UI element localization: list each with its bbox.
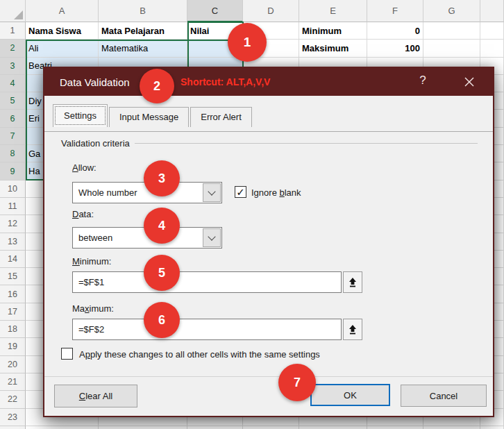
validation-criteria-group: Validation criteria (61, 138, 478, 149)
column-header-B[interactable]: B (99, 0, 187, 22)
row-header-19[interactable]: 19 (0, 338, 26, 355)
ignore-blank-checkbox[interactable]: ✓ (235, 186, 246, 198)
row-header-22[interactable]: 22 (0, 391, 26, 408)
cancel-button[interactable]: Cancel (401, 385, 487, 407)
data-validation-dialog: Data Validation Shortcut: ALT,A,V,V ? Se… (43, 67, 494, 417)
row-header-17[interactable]: 17 (0, 303, 26, 321)
maximum-label: Maximum: (72, 303, 114, 314)
row-header-12[interactable]: 12 (0, 215, 26, 233)
ok-button[interactable]: OK (310, 384, 390, 406)
cell-Dx[interactable] (243, 426, 299, 429)
column-header-G[interactable]: G (423, 0, 480, 22)
dialog-title-bar[interactable]: Data Validation Shortcut: ALT,A,V,V ? (44, 68, 493, 96)
row-header-6[interactable]: 6 (0, 110, 26, 127)
step-badge-2: 2 (140, 69, 174, 103)
row-header-16[interactable]: 16 (0, 285, 26, 303)
data-dropdown-value: between (73, 228, 202, 248)
minimum-input[interactable]: =$F$1 (72, 271, 342, 293)
row-header-11[interactable]: 11 (0, 198, 26, 215)
select-all-corner[interactable] (0, 0, 26, 22)
cell-Ax[interactable] (26, 426, 99, 429)
step-badge-4: 4 (144, 208, 180, 244)
cell-E2[interactable]: Maksimum (299, 40, 367, 57)
cell-G1[interactable] (423, 22, 480, 40)
column-header-C[interactable]: C (187, 0, 243, 22)
cell-A2[interactable]: Ali (26, 40, 99, 57)
validation-criteria-label: Validation criteria (61, 138, 130, 149)
column-header-partial[interactable] (480, 0, 504, 22)
row-header-18[interactable]: 18 (0, 321, 26, 338)
chevron-down-icon[interactable] (203, 228, 221, 247)
dialog-tabs: Settings Input Message Error Alert (53, 104, 253, 127)
range-picker-icon[interactable] (343, 319, 362, 340)
row-header-21[interactable]: 21 (0, 373, 26, 391)
cell-Fx[interactable] (367, 426, 423, 429)
clear-all-button[interactable]: Clear All (54, 385, 137, 407)
tab-input-message[interactable]: Input Message (109, 107, 189, 127)
cell-B2[interactable]: Matematika (99, 40, 187, 57)
dialog-title: Data Validation (44, 76, 130, 88)
tab-settings[interactable]: Settings (53, 104, 108, 127)
apply-changes-checkbox[interactable] (61, 348, 73, 360)
row-header-13[interactable]: 13 (0, 233, 26, 251)
cell-F1[interactable]: 0 (367, 22, 423, 40)
cell-Bx[interactable] (99, 426, 187, 429)
row-header-20[interactable]: 20 (0, 356, 26, 373)
cell-x2[interactable] (480, 40, 504, 57)
row-header-23[interactable]: 23 (0, 409, 26, 426)
cell-Gx[interactable] (423, 426, 480, 429)
help-icon[interactable]: ? (415, 74, 430, 87)
row-header-2[interactable]: 2 (0, 40, 26, 57)
cell-E1[interactable]: Minimum (299, 22, 367, 40)
footer-divider (44, 376, 493, 377)
step-badge-6: 6 (144, 302, 180, 338)
chevron-down-icon[interactable] (203, 183, 221, 202)
minimum-label: Minimum: (72, 256, 111, 267)
close-icon[interactable] (460, 74, 479, 90)
maximum-input[interactable]: =$F$2 (72, 319, 342, 340)
column-header-A[interactable]: A (26, 0, 99, 22)
row-header-7[interactable]: 7 (0, 128, 26, 145)
cell-Cx[interactable] (187, 426, 243, 429)
cell-F2[interactable]: 100 (367, 40, 423, 57)
cell-A1[interactable]: Nama Siswa (26, 22, 99, 40)
row-header-1[interactable]: 1 (0, 22, 26, 40)
cell-B1[interactable]: Mata Pelajaran (99, 22, 187, 40)
allow-dropdown-value: Whole number (73, 183, 202, 203)
group-divider (135, 143, 478, 144)
step-badge-5: 5 (144, 255, 180, 291)
row-header-3[interactable]: 3 (0, 58, 26, 75)
shortcut-hint: Shortcut: ALT,A,V,V (180, 76, 270, 87)
step-badge-1: 1 (228, 23, 267, 62)
row-header-14[interactable]: 14 (0, 251, 26, 268)
data-label: Data: (72, 209, 94, 219)
row-header-15[interactable]: 15 (0, 268, 26, 285)
row-header-8[interactable]: 8 (0, 145, 26, 162)
row-header-4[interactable]: 4 (0, 75, 26, 92)
row-header-9[interactable]: 9 (0, 162, 26, 180)
allow-label: Allow: (72, 162, 96, 173)
cell-xx[interactable] (480, 426, 504, 429)
range-picker-icon[interactable] (343, 271, 362, 293)
tab-strip-line (44, 131, 493, 132)
row-header-5[interactable]: 5 (0, 92, 26, 110)
row-header-partial[interactable] (0, 426, 26, 429)
tab-error-alert[interactable]: Error Alert (190, 107, 252, 127)
cell-G2[interactable] (423, 40, 480, 57)
cell-Ex[interactable] (299, 426, 367, 429)
step-badge-3: 3 (144, 160, 180, 196)
ignore-blank-label: Ignore blank (251, 187, 301, 198)
cell-x1[interactable] (480, 22, 504, 40)
row-header-10[interactable]: 10 (0, 180, 26, 198)
step-badge-7: 7 (278, 364, 316, 401)
column-header-E[interactable]: E (299, 0, 367, 22)
column-header-F[interactable]: F (367, 0, 423, 22)
apply-changes-label: Apply these changes to all other cells w… (79, 349, 320, 360)
column-header-D[interactable]: D (243, 0, 299, 22)
